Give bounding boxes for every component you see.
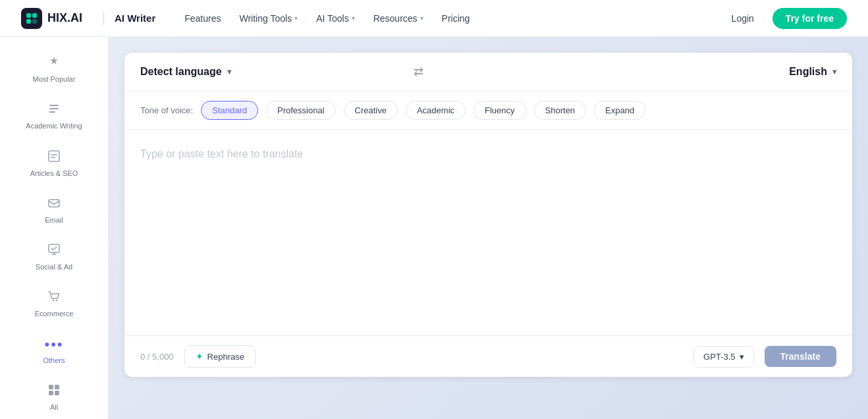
target-lang-chevron: ▾ (832, 67, 836, 76)
try-free-button[interactable]: Try for free (773, 8, 847, 29)
logo-text: HIX.AI (47, 11, 82, 25)
sidebar-item-academic-writing[interactable]: Academic Writing (5, 94, 103, 138)
others-label: Others (43, 356, 65, 365)
tone-academic[interactable]: Academic (406, 101, 466, 120)
all-icon (47, 383, 61, 399)
rephrase-icon: ✦ (196, 351, 203, 362)
svg-rect-5 (49, 108, 59, 109)
sidebar-item-social-ad[interactable]: Social & Ad (5, 235, 103, 279)
translate-input[interactable] (140, 146, 836, 317)
nav-writing-tools[interactable]: Writing Tools ▾ (232, 8, 306, 29)
svg-rect-2 (26, 19, 31, 24)
tone-creative[interactable]: Creative (344, 101, 398, 120)
bottom-bar: 0 / 5,000 ✦ Rephrase GPT-3.5 ▾ Translate (124, 335, 852, 377)
svg-rect-0 (26, 13, 31, 18)
nav-actions: Login Try for free (721, 8, 847, 29)
sidebar-item-others[interactable]: ••• Others (5, 329, 103, 373)
sidebar-item-most-popular[interactable]: Most Popular (5, 47, 103, 92)
text-area-wrapper (124, 130, 852, 335)
nav-resources[interactable]: Resources ▾ (366, 8, 431, 29)
tone-fluency[interactable]: Fluency (474, 101, 526, 120)
ecommerce-icon (47, 290, 61, 305)
svg-rect-7 (49, 151, 59, 161)
rephrase-button[interactable]: ✦ Rephrase (184, 345, 256, 368)
body-area: Most Popular Academic Writing Articl (0, 37, 868, 419)
nav-links: Features Writing Tools ▾ AI Tools ▾ Reso… (176, 8, 720, 29)
source-lang-chevron: ▾ (227, 67, 231, 76)
sidebar-item-email[interactable]: Email (5, 188, 103, 233)
svg-rect-19 (55, 391, 59, 395)
tone-standard[interactable]: Standard (201, 101, 258, 120)
nav-divider (103, 12, 104, 25)
all-label: All (50, 403, 58, 412)
svg-rect-18 (49, 391, 53, 395)
tone-row: Tone of voice: Standard Professional Cre… (124, 92, 852, 130)
svg-rect-16 (49, 385, 53, 389)
ecommerce-label: Ecommerce (35, 309, 74, 318)
svg-rect-6 (49, 111, 55, 113)
svg-rect-9 (51, 157, 55, 158)
svg-rect-8 (51, 154, 57, 155)
sidebar: Most Popular Academic Writing Articl (0, 37, 109, 419)
social-ad-icon (47, 243, 61, 258)
gpt-label: GPT-3.5 (703, 352, 735, 362)
translator-card: Detect language ▾ ⇄ English ▾ Tone of vo… (124, 53, 852, 377)
email-label: Email (45, 215, 63, 225)
target-language-selector[interactable]: English ▾ (789, 66, 836, 78)
nav-ai-tools[interactable]: AI Tools ▾ (308, 8, 363, 29)
logo[interactable]: HIX.AI (21, 8, 82, 29)
svg-rect-4 (49, 105, 59, 106)
sidebar-item-all[interactable]: All (5, 376, 103, 419)
nav-features[interactable]: Features (176, 8, 229, 29)
nav-pricing[interactable]: Pricing (434, 8, 478, 29)
gpt-chevron: ▾ (740, 352, 744, 362)
navbar: HIX.AI AI Writer Features Writing Tools … (0, 0, 868, 37)
nav-subtitle: AI Writer (115, 13, 155, 24)
most-popular-icon (47, 55, 61, 70)
tone-expand[interactable]: Expand (594, 101, 645, 120)
svg-rect-10 (49, 200, 59, 207)
tone-label: Tone of voice: (140, 105, 193, 115)
tone-shorten[interactable]: Shorten (534, 101, 587, 120)
swap-button[interactable]: ⇄ (414, 65, 423, 79)
articles-seo-label: Articles & SEO (30, 169, 78, 178)
academic-writing-icon (47, 102, 61, 117)
char-count: 0 / 5,000 (140, 352, 174, 362)
articles-seo-icon (47, 150, 61, 165)
rephrase-label: Rephrase (207, 352, 244, 362)
svg-rect-17 (55, 385, 59, 389)
others-icon: ••• (44, 337, 63, 352)
svg-rect-1 (32, 13, 37, 18)
tone-professional[interactable]: Professional (266, 101, 336, 120)
main-content: Detect language ▾ ⇄ English ▾ Tone of vo… (109, 37, 868, 419)
email-icon (47, 196, 61, 211)
svg-rect-3 (32, 19, 37, 24)
target-lang-label: English (789, 66, 827, 78)
translate-button[interactable]: Translate (765, 346, 836, 367)
sidebar-item-articles-seo[interactable]: Articles & SEO (5, 142, 103, 186)
logo-icon (21, 8, 42, 29)
svg-point-14 (53, 300, 54, 301)
social-ad-label: Social & Ad (36, 262, 72, 271)
language-row: Detect language ▾ ⇄ English ▾ (124, 53, 852, 92)
academic-writing-label: Academic Writing (26, 121, 82, 130)
sidebar-item-ecommerce[interactable]: Ecommerce (5, 282, 103, 326)
svg-point-15 (56, 300, 57, 301)
login-button[interactable]: Login (721, 8, 765, 29)
source-language-selector[interactable]: Detect language ▾ (140, 66, 231, 78)
most-popular-label: Most Popular (33, 74, 76, 84)
source-lang-label: Detect language (140, 66, 222, 78)
gpt-selector[interactable]: GPT-3.5 ▾ (693, 346, 753, 368)
